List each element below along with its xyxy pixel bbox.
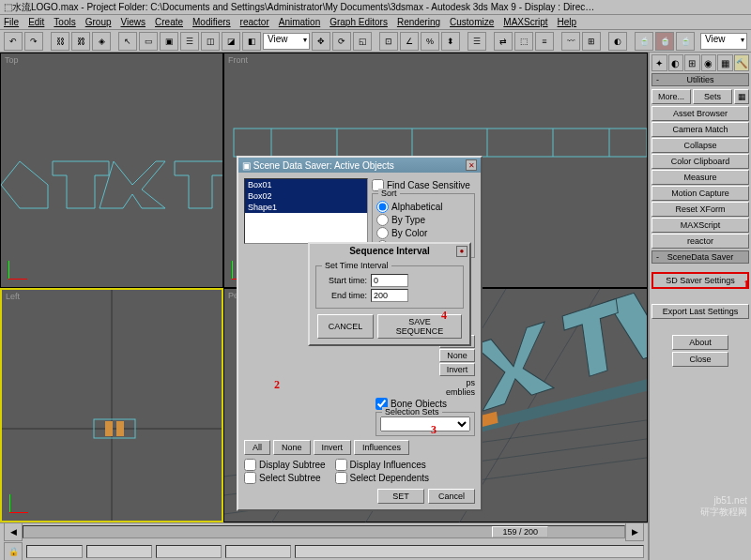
z-field[interactable] xyxy=(225,545,291,558)
layers-icon[interactable]: ≡ xyxy=(535,32,554,51)
link-icon[interactable]: ⛓ xyxy=(51,32,69,51)
list-item[interactable]: Shape1 xyxy=(245,202,367,213)
objects-listbox[interactable]: Box01 Box02 Shape1 xyxy=(244,178,368,244)
selection-sets-dropdown[interactable] xyxy=(380,416,470,431)
slider-track[interactable]: 159 / 200 xyxy=(23,525,625,538)
start-time-input[interactable] xyxy=(371,274,408,287)
close-icon[interactable]: ● xyxy=(456,246,467,257)
close-button[interactable]: Close xyxy=(672,352,728,367)
material-editor-icon[interactable]: ◐ xyxy=(608,32,627,51)
sort-color-radio[interactable]: By Color xyxy=(376,227,470,239)
close-icon[interactable]: ✕ xyxy=(466,159,477,171)
render-scene-icon[interactable]: 🍵 xyxy=(635,32,653,51)
save-sequence-button[interactable]: SAVE SEQUENCE xyxy=(377,314,462,339)
select-window-icon[interactable]: ▣ xyxy=(160,32,178,51)
scale-icon[interactable]: ◱ xyxy=(353,32,372,51)
x-field[interactable] xyxy=(86,545,152,558)
select-region-icon[interactable]: ◫ xyxy=(201,32,220,51)
display-subtree-checkbox[interactable]: Display Subtree xyxy=(244,459,326,471)
viewport-left[interactable]: Left xyxy=(0,288,223,523)
time-slider[interactable]: ◀ 159 / 200 ▶ xyxy=(0,523,648,540)
menu-views[interactable]: Views xyxy=(121,17,146,27)
more-button[interactable]: More... xyxy=(651,89,691,104)
select-dependents-checkbox[interactable]: Select Dependents xyxy=(335,472,430,484)
next-frame-icon[interactable]: ▶ xyxy=(625,522,644,541)
menu-file[interactable]: File xyxy=(4,17,19,27)
sets-button[interactable]: Sets xyxy=(693,89,732,104)
move-icon[interactable]: ✥ xyxy=(312,32,330,51)
refcoord-dropdown[interactable]: View xyxy=(700,33,747,50)
end-time-input[interactable] xyxy=(371,289,408,302)
export-last-settings-button[interactable]: Export Last Settings xyxy=(651,304,749,319)
bind-icon[interactable]: ◈ xyxy=(92,32,111,51)
render-icon[interactable]: 🍵 xyxy=(655,32,674,51)
create-tab-icon[interactable]: ✦ xyxy=(651,54,667,71)
display-influences-checkbox[interactable]: Display Influences xyxy=(335,459,430,471)
config-sets-icon[interactable]: ▦ xyxy=(734,89,749,104)
selection-filter-dropdown[interactable]: View xyxy=(263,33,310,50)
reset-xform-button[interactable]: Reset XForm xyxy=(651,202,749,217)
select-subtree-checkbox[interactable]: Select Subtree xyxy=(244,472,326,484)
filter-all-button[interactable]: All xyxy=(244,440,270,455)
menu-edit[interactable]: Edit xyxy=(28,17,44,27)
motion-tab-icon[interactable]: ◉ xyxy=(701,54,717,71)
y-field[interactable] xyxy=(156,545,222,558)
menu-maxscript[interactable]: MAXScript xyxy=(503,17,547,27)
filter-none-button[interactable]: None xyxy=(273,440,311,455)
menu-modifiers[interactable]: Modifiers xyxy=(192,17,231,27)
reactor-button[interactable]: reactor xyxy=(651,234,749,249)
sort-alpha-radio[interactable]: Alphabetical xyxy=(376,201,470,213)
curve-editor-icon[interactable]: 〰 xyxy=(561,32,580,51)
collapse-button[interactable]: Collapse xyxy=(651,138,749,153)
list-invert-button[interactable]: Invert xyxy=(439,363,475,376)
angle-snap-icon[interactable]: ∠ xyxy=(400,32,419,51)
seq-cancel-button[interactable]: CANCEL xyxy=(317,314,374,339)
filter-influences-button[interactable]: Influences xyxy=(354,440,409,455)
select-rect-icon[interactable]: ▭ xyxy=(139,32,158,51)
about-button[interactable]: About xyxy=(672,335,728,350)
utilities-rollout-title[interactable]: Utilities xyxy=(651,73,749,86)
select-icon[interactable]: ↖ xyxy=(118,32,137,51)
time-thumb[interactable]: 159 / 200 xyxy=(492,526,548,537)
display-tab-icon[interactable]: ▦ xyxy=(717,54,733,71)
menu-tools[interactable]: Tools xyxy=(54,17,75,27)
menu-grapheditors[interactable]: Graph Editors xyxy=(330,17,388,27)
color-clipboard-button[interactable]: Color Clipboard xyxy=(651,154,749,169)
measure-button[interactable]: Measure xyxy=(651,170,749,185)
unlink-icon[interactable]: ⛓̸ xyxy=(71,32,90,51)
menu-animation[interactable]: Animation xyxy=(279,17,320,27)
list-item[interactable]: Box02 xyxy=(245,190,367,202)
undo-icon[interactable]: ↶ xyxy=(4,32,23,51)
menu-rendering[interactable]: Rendering xyxy=(397,17,440,27)
mirror-icon[interactable]: ⇄ xyxy=(494,32,513,51)
select-filter-icon[interactable]: ◪ xyxy=(222,32,240,51)
menu-help[interactable]: Help xyxy=(558,17,577,27)
list-none-button[interactable]: None xyxy=(439,349,475,362)
menu-reactor[interactable]: reactor xyxy=(240,17,269,27)
hierarchy-tab-icon[interactable]: ⊞ xyxy=(684,54,700,71)
filter-invert-button[interactable]: Invert xyxy=(314,440,352,455)
viewport-top[interactable]: Top xyxy=(0,53,223,288)
named-sel-icon[interactable]: ☰ xyxy=(467,32,486,51)
spinner-snap-icon[interactable]: ⬍ xyxy=(441,32,460,51)
cancel-button[interactable]: Cancel xyxy=(428,489,475,504)
lock-icon[interactable]: 🔒 xyxy=(4,542,23,560)
menu-group[interactable]: Group xyxy=(85,17,112,27)
snap-icon[interactable]: ⊡ xyxy=(379,32,398,51)
modify-tab-icon[interactable]: ◐ xyxy=(668,54,684,71)
utilities-tab-icon[interactable]: 🔨 xyxy=(734,54,750,71)
sds-dialog-titlebar[interactable]: ▣ Scene Data Saver: Active Objects ✕ xyxy=(238,158,481,173)
scenedata-saver-title[interactable]: SceneData Saver xyxy=(651,250,749,264)
select-crossing-icon[interactable]: ◧ xyxy=(242,32,261,51)
asset-browser-button[interactable]: Asset Browser xyxy=(651,106,749,121)
list-item[interactable]: Box01 xyxy=(245,179,367,190)
sd-saver-settings-button[interactable]: SD Saver Settings xyxy=(651,272,749,289)
rotate-icon[interactable]: ⟳ xyxy=(332,32,351,51)
select-name-icon[interactable]: ☰ xyxy=(180,32,199,51)
align-icon[interactable]: ⬚ xyxy=(514,32,533,51)
motion-capture-button[interactable]: Motion Capture xyxy=(651,186,749,201)
schematic-icon[interactable]: ⊞ xyxy=(582,32,601,51)
seq-dialog-titlebar[interactable]: Sequence Interval ● xyxy=(310,244,469,258)
sort-type-radio[interactable]: By Type xyxy=(376,214,470,226)
menu-customize[interactable]: Customize xyxy=(450,17,494,27)
